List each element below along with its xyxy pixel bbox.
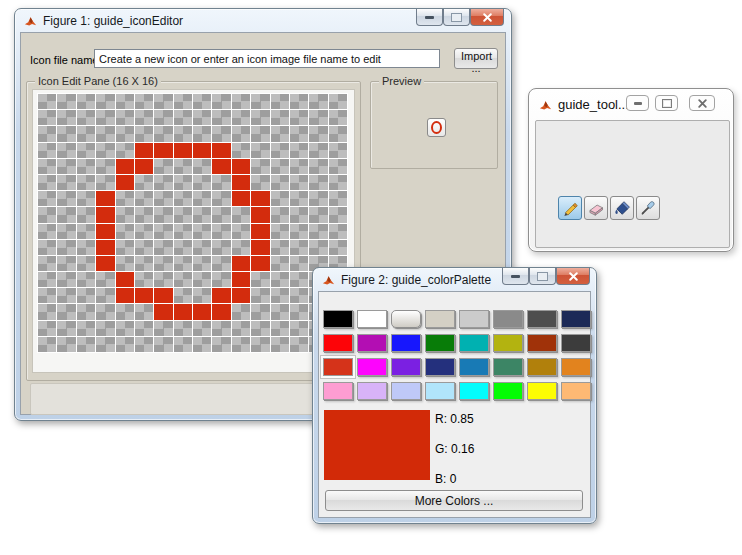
- pixel-cell[interactable]: [232, 272, 250, 287]
- pixel-cell[interactable]: [96, 256, 114, 271]
- pixel-cell[interactable]: [251, 337, 269, 352]
- pixel-cell[interactable]: [212, 224, 230, 239]
- pixel-cell[interactable]: [38, 191, 56, 206]
- pixel-cell[interactable]: [232, 288, 250, 303]
- pixel-cell[interactable]: [77, 337, 95, 352]
- color-swatch[interactable]: [323, 358, 353, 376]
- close-button[interactable]: [470, 9, 504, 26]
- color-swatch[interactable]: [391, 310, 421, 328]
- close-button[interactable]: [689, 95, 715, 111]
- pixel-cell[interactable]: [135, 94, 153, 109]
- pixel-cell[interactable]: [251, 143, 269, 158]
- close-button[interactable]: [556, 268, 590, 285]
- pixel-cell[interactable]: [251, 240, 269, 255]
- pixel-cell[interactable]: [38, 126, 56, 141]
- pixel-cell[interactable]: [77, 143, 95, 158]
- pixel-cell[interactable]: [154, 94, 172, 109]
- pixel-cell[interactable]: [232, 191, 250, 206]
- pixel-cell[interactable]: [116, 191, 134, 206]
- pixel-cell[interactable]: [290, 191, 308, 206]
- minimize-button[interactable]: [502, 268, 529, 285]
- color-swatch[interactable]: [459, 358, 489, 376]
- pixel-cell[interactable]: [38, 94, 56, 109]
- pixel-cell[interactable]: [193, 191, 211, 206]
- pixel-cell[interactable]: [135, 159, 153, 174]
- pixel-cell[interactable]: [193, 272, 211, 287]
- pixel-cell[interactable]: [212, 94, 230, 109]
- pixel-cell[interactable]: [38, 256, 56, 271]
- pixel-cell[interactable]: [290, 207, 308, 222]
- pixel-cell[interactable]: [154, 126, 172, 141]
- pixel-cell[interactable]: [38, 159, 56, 174]
- pixel-cell[interactable]: [271, 191, 289, 206]
- pixel-cell[interactable]: [116, 240, 134, 255]
- pixel-cell[interactable]: [174, 224, 192, 239]
- pixel-cell[interactable]: [135, 126, 153, 141]
- pixel-cell[interactable]: [212, 337, 230, 352]
- pixel-cell[interactable]: [57, 126, 75, 141]
- pixel-cell[interactable]: [232, 256, 250, 271]
- pixel-cell[interactable]: [251, 175, 269, 190]
- pixel-cell[interactable]: [174, 207, 192, 222]
- pixel-cell[interactable]: [77, 207, 95, 222]
- pixel-cell[interactable]: [96, 337, 114, 352]
- color-swatch[interactable]: [459, 382, 489, 400]
- pixel-cell[interactable]: [309, 126, 327, 141]
- pixel-cell[interactable]: [309, 207, 327, 222]
- pixel-cell[interactable]: [154, 304, 172, 319]
- pixel-cell[interactable]: [251, 207, 269, 222]
- pixel-cell[interactable]: [251, 110, 269, 125]
- pixel-cell[interactable]: [96, 143, 114, 158]
- pixel-cell[interactable]: [271, 110, 289, 125]
- pixel-cell[interactable]: [329, 143, 347, 158]
- maximize-button[interactable]: [443, 9, 470, 26]
- tool-button-eraser[interactable]: [584, 196, 608, 220]
- pixel-cell[interactable]: [271, 304, 289, 319]
- pixel-cell[interactable]: [135, 321, 153, 336]
- pixel-cell[interactable]: [116, 126, 134, 141]
- pixel-cell[interactable]: [77, 110, 95, 125]
- tool-button-eyedropper[interactable]: [636, 196, 660, 220]
- pixel-cell[interactable]: [271, 224, 289, 239]
- pixel-cell[interactable]: [290, 175, 308, 190]
- pixel-cell[interactable]: [96, 191, 114, 206]
- pixel-cell[interactable]: [251, 272, 269, 287]
- pixel-cell[interactable]: [290, 110, 308, 125]
- pixel-cell[interactable]: [232, 207, 250, 222]
- pixel-cell[interactable]: [116, 175, 134, 190]
- pixel-cell[interactable]: [251, 94, 269, 109]
- pixel-cell[interactable]: [309, 224, 327, 239]
- maximize-button[interactable]: [655, 95, 678, 111]
- pixel-cell[interactable]: [116, 143, 134, 158]
- pixel-cell[interactable]: [77, 272, 95, 287]
- pixel-cell[interactable]: [290, 272, 308, 287]
- pixel-cell[interactable]: [154, 272, 172, 287]
- color-swatch[interactable]: [425, 310, 455, 328]
- color-swatch[interactable]: [391, 334, 421, 352]
- color-swatch[interactable]: [527, 310, 557, 328]
- pixel-cell[interactable]: [77, 126, 95, 141]
- pixel-cell[interactable]: [232, 304, 250, 319]
- pixel-cell[interactable]: [232, 337, 250, 352]
- pixel-cell[interactable]: [193, 143, 211, 158]
- pixel-cell[interactable]: [271, 240, 289, 255]
- pixel-cell[interactable]: [271, 143, 289, 158]
- pixel-cell[interactable]: [96, 94, 114, 109]
- pixel-cell[interactable]: [212, 143, 230, 158]
- color-swatch[interactable]: [357, 334, 387, 352]
- pixel-cell[interactable]: [212, 240, 230, 255]
- pixel-cell[interactable]: [212, 159, 230, 174]
- color-swatch[interactable]: [493, 358, 523, 376]
- pixel-cell[interactable]: [154, 288, 172, 303]
- pixel-cell[interactable]: [135, 143, 153, 158]
- pixel-cell[interactable]: [251, 159, 269, 174]
- tool-button-paint-bucket[interactable]: [610, 196, 634, 220]
- pixel-cell[interactable]: [154, 143, 172, 158]
- pixel-cell[interactable]: [232, 94, 250, 109]
- pixel-cell[interactable]: [135, 256, 153, 271]
- pixel-cell[interactable]: [309, 175, 327, 190]
- pixel-cell[interactable]: [135, 207, 153, 222]
- pixel-cell[interactable]: [174, 256, 192, 271]
- pixel-cell[interactable]: [116, 321, 134, 336]
- pixel-cell[interactable]: [251, 304, 269, 319]
